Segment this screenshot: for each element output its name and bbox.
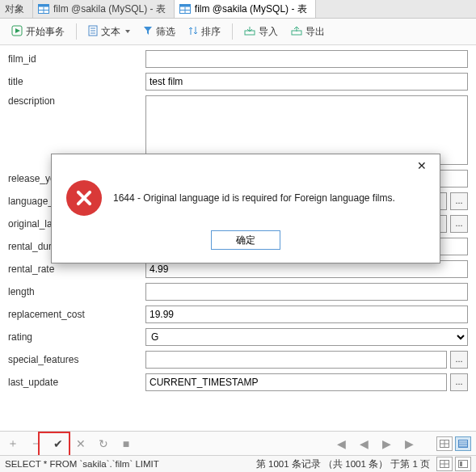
dialog-close-button[interactable]: ✕	[407, 156, 436, 175]
dialog-message: 1644 - Original language id is required …	[113, 192, 395, 205]
error-icon	[66, 180, 102, 216]
error-dialog: ✕ 1644 - Original language id is require…	[51, 154, 440, 263]
close-icon: ✕	[417, 159, 427, 172]
dialog-ok-button[interactable]: 确定	[211, 230, 280, 250]
modal-overlay: ✕ 1644 - Original language id is require…	[0, 0, 476, 472]
dialog-titlebar: ✕	[52, 154, 440, 177]
